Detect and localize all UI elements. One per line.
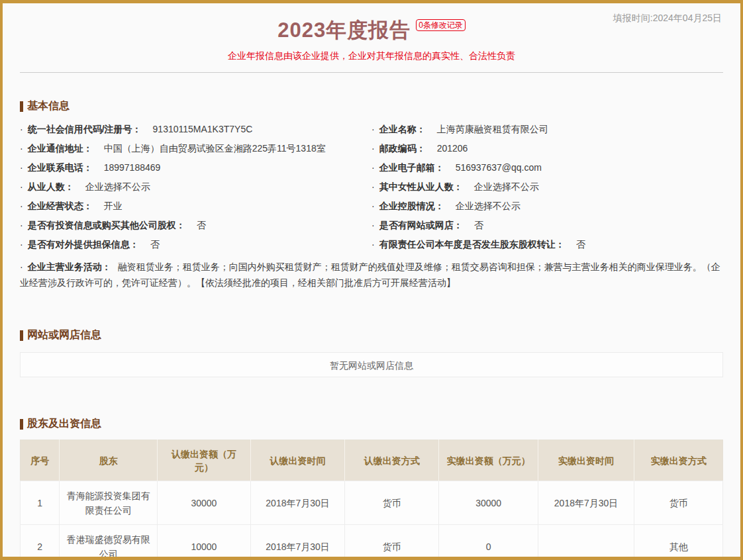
info-value: 201206 xyxy=(437,143,468,154)
section-shareholders: 股东及出资信息 序号股东认缴出资额（万元）认缴出资时间认缴出资方式实缴出资额（万… xyxy=(3,417,740,560)
table-header-cell: 认缴出资额（万元） xyxy=(157,440,250,481)
table-cell: 货币 xyxy=(634,481,723,525)
table-header-cell: 认缴出资时间 xyxy=(250,440,344,481)
basic-info-right-column: ·企业名称：上海芮康融资租赁有限公司·邮政编码：201206·企业电子邮箱：51… xyxy=(372,120,723,254)
info-value: 融资租赁业务；租赁业务；向国内外购买租赁财产；租赁财产的残值处理及维修；租赁交易… xyxy=(20,261,720,288)
info-label: 其中女性从业人数： xyxy=(379,181,463,192)
info-value: 中国（上海）自由贸易试验区金湘路225弄11号1318室 xyxy=(104,143,326,154)
info-item: ·是否有网站或网店：否 xyxy=(372,216,723,235)
table-header-cell: 认缴出资方式 xyxy=(345,440,439,481)
info-label: 邮政编码： xyxy=(379,143,426,154)
table-cell: 货币 xyxy=(345,481,439,525)
table-header-row: 序号股东认缴出资额（万元）认缴出资时间认缴出资方式实缴出资额（万元）实缴出资时间… xyxy=(21,440,723,481)
bullet-dot: · xyxy=(20,220,23,230)
table-cell: 2018年7月30日 xyxy=(250,525,344,560)
info-value: 企业选择不公示 xyxy=(456,201,520,211)
table-header-cell: 实缴出资方式 xyxy=(634,440,723,481)
table-header-cell: 股东 xyxy=(60,440,157,481)
table-cell: 2018年7月30日 xyxy=(538,481,634,525)
info-label: 企业名称： xyxy=(379,124,426,134)
disclaimer-text: 企业年报信息由该企业提供，企业对其年报信息的真实性、合法性负责 xyxy=(3,50,740,62)
bullet-dot: · xyxy=(372,201,375,211)
shareholder-table-body: 1青海能源投资集团有限责任公司300002018年7月30日货币30000201… xyxy=(21,481,723,560)
info-label: 是否有网站或网店： xyxy=(379,220,463,230)
info-item: ·企业联系电话：18997188469 xyxy=(20,158,372,177)
bullet-dot: · xyxy=(20,239,23,250)
main-business-item: ·企业主营业务活动：融资租赁业务；租赁业务；向国内外购买租赁财产；租赁财产的残值… xyxy=(20,259,723,291)
table-cell xyxy=(538,525,634,560)
section-title-label: 基本信息 xyxy=(27,99,70,113)
info-item: ·企业经营状态：开业 xyxy=(20,197,372,216)
basic-info-left-column: ·统一社会信用代码/注册号：91310115MA1K3T7Y5C·企业通信地址：… xyxy=(20,120,372,254)
header-divider xyxy=(20,72,723,73)
fill-time: 填报时间:2024年04月25日 xyxy=(613,13,722,24)
section-bar-icon xyxy=(20,419,23,430)
modify-records-badge[interactable]: 0条修改记录 xyxy=(416,19,466,31)
info-value: 否 xyxy=(197,220,206,230)
info-label: 企业通信地址： xyxy=(28,143,93,154)
bullet-dot: · xyxy=(20,124,23,134)
table-cell: 青海能源投资集团有限责任公司 xyxy=(60,481,157,525)
info-value: 516937637@qq.com xyxy=(456,162,542,173)
table-header-cell: 序号 xyxy=(21,440,60,481)
info-label: 从业人数： xyxy=(28,181,74,192)
table-cell: 1 xyxy=(21,481,60,525)
shareholder-table-head: 序号股东认缴出资额（万元）认缴出资时间认缴出资方式实缴出资额（万元）实缴出资时间… xyxy=(21,440,723,481)
table-row: 2香港瑞盛德贸易有限公司100002018年7月30日货币0其他 xyxy=(21,525,723,560)
info-item: ·从业人数：企业选择不公示 xyxy=(20,177,372,197)
info-value: 否 xyxy=(474,220,483,230)
table-cell: 0 xyxy=(439,525,538,560)
info-label: 统一社会信用代码/注册号： xyxy=(28,124,142,134)
info-value: 否 xyxy=(576,239,585,250)
info-label: 是否有投资信息或购买其他公司股权： xyxy=(28,220,185,230)
bullet-dot: · xyxy=(372,124,375,134)
report-header: 填报时间:2024年04月25日 2023年度报告 0条修改记录 企业年报信息由… xyxy=(3,3,740,73)
info-value: 上海芮康融资租赁有限公司 xyxy=(437,124,548,134)
info-item: ·有限责任公司本年度是否发生股东股权转让：否 xyxy=(372,235,723,254)
bullet-dot: · xyxy=(372,181,375,192)
bullet-dot: · xyxy=(372,239,375,250)
info-label: 有限责任公司本年度是否发生股东股权转让： xyxy=(379,239,565,250)
bullet-dot: · xyxy=(20,181,23,192)
section-basic-title: 基本信息 xyxy=(20,99,723,113)
info-value: 91310115MA1K3T7Y5C xyxy=(153,124,253,134)
info-item: ·企业电子邮箱：516937637@qq.com xyxy=(372,158,723,177)
table-cell: 2018年7月30日 xyxy=(250,481,344,525)
shareholder-table: 序号股东认缴出资额（万元）认缴出资时间认缴出资方式实缴出资额（万元）实缴出资时间… xyxy=(20,440,723,560)
info-item: ·是否有投资信息或购买其他公司股权：否 xyxy=(20,216,372,235)
table-header-cell: 实缴出资额（万元） xyxy=(439,440,538,481)
info-label: 企业主营业务活动： xyxy=(28,261,111,272)
info-item: ·其中女性从业人数：企业选择不公示 xyxy=(372,177,723,197)
info-item: ·统一社会信用代码/注册号：91310115MA1K3T7Y5C xyxy=(20,120,372,139)
bullet-dot: · xyxy=(20,162,23,173)
table-row: 1青海能源投资集团有限责任公司300002018年7月30日货币30000201… xyxy=(21,481,723,525)
info-value: 企业选择不公示 xyxy=(85,181,150,192)
section-basic-info: 基本信息 ·统一社会信用代码/注册号：91310115MA1K3T7Y5C·企业… xyxy=(3,99,740,291)
info-item: ·企业通信地址：中国（上海）自由贸易试验区金湘路225弄11号1318室 xyxy=(20,139,372,158)
bullet-dot: · xyxy=(372,162,375,173)
table-cell: 其他 xyxy=(634,525,723,560)
info-label: 企业电子邮箱： xyxy=(379,162,444,173)
section-shareholders-title: 股东及出资信息 xyxy=(20,417,723,431)
info-item: ·邮政编码：201206 xyxy=(372,139,723,158)
page-title: 2023年度报告 xyxy=(277,18,411,43)
table-cell: 30000 xyxy=(439,481,538,525)
info-value: 18997188469 xyxy=(104,162,161,173)
table-cell: 10000 xyxy=(157,525,250,560)
table-cell: 2 xyxy=(21,525,60,560)
annual-report-page: 填报时间:2024年04月25日 2023年度报告 0条修改记录 企业年报信息由… xyxy=(0,0,743,560)
info-value: 企业选择不公示 xyxy=(474,181,539,192)
website-empty-notice: 暂无网站或网店信息 xyxy=(20,352,723,377)
info-label: 企业控股情况： xyxy=(379,201,444,211)
table-cell: 30000 xyxy=(157,481,250,525)
info-item: ·企业名称：上海芮康融资租赁有限公司 xyxy=(372,120,723,139)
bullet-dot: · xyxy=(372,143,375,154)
basic-info-grid: ·统一社会信用代码/注册号：91310115MA1K3T7Y5C·企业通信地址：… xyxy=(20,120,723,254)
section-bar-icon xyxy=(20,330,23,341)
info-value: 开业 xyxy=(104,201,123,211)
table-header-cell: 实缴出资时间 xyxy=(538,440,634,481)
bullet-dot: · xyxy=(20,201,23,211)
section-bar-icon xyxy=(20,101,23,112)
info-label: 企业经营状态： xyxy=(28,201,93,211)
info-item: ·企业控股情况：企业选择不公示 xyxy=(372,197,723,216)
